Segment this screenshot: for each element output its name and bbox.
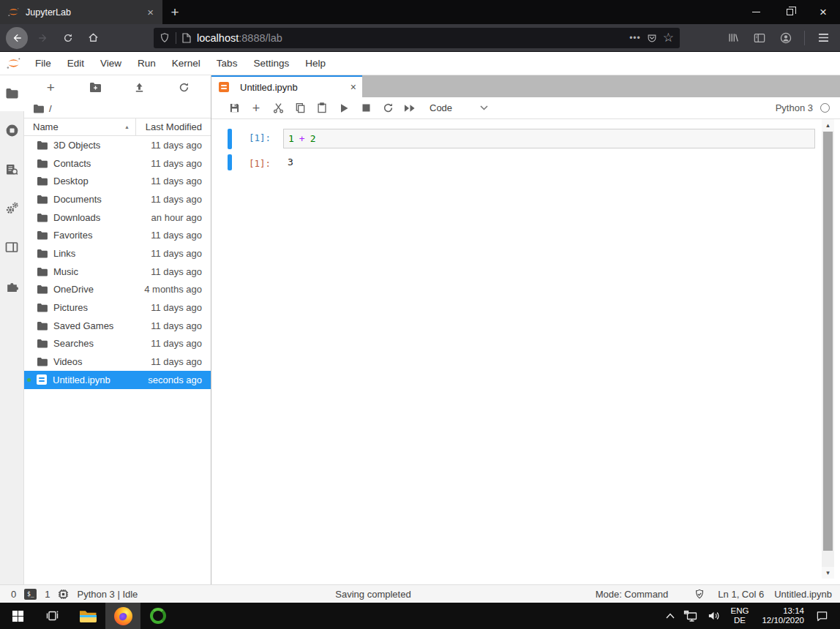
- firefox-taskbar-button[interactable]: [105, 603, 140, 629]
- menu-help[interactable]: Help: [297, 52, 334, 75]
- back-button[interactable]: [6, 27, 28, 49]
- breadcrumb[interactable]: /: [24, 99, 211, 118]
- volume-tray-button[interactable]: [702, 603, 725, 629]
- new-tab-button[interactable]: [162, 0, 187, 24]
- action-center-button[interactable]: [811, 603, 833, 629]
- file-row-searches[interactable]: Searches11 days ago: [24, 335, 211, 353]
- clock[interactable]: 13:14 12/10/2020: [754, 606, 811, 625]
- scrollbar-thumb[interactable]: [823, 132, 833, 551]
- interrupt-kernel-button[interactable]: [355, 99, 377, 117]
- add-cell-button[interactable]: [245, 99, 267, 117]
- account-icon[interactable]: [775, 27, 797, 49]
- menu-hamburger-icon[interactable]: [812, 27, 834, 49]
- new-launcher-button[interactable]: [39, 78, 62, 97]
- menu-settings[interactable]: Settings: [245, 52, 297, 75]
- file-row-documents[interactable]: Documents11 days ago: [24, 190, 211, 208]
- kernel-name-button[interactable]: Python 3: [776, 102, 813, 113]
- file-row-3d-objects[interactable]: 3D Objects11 days ago: [24, 136, 211, 154]
- kernel-status-text[interactable]: Python 3 | Idle: [77, 589, 138, 600]
- kernel-status-idle-icon[interactable]: [820, 103, 830, 113]
- output-prompt: [1]:: [232, 154, 277, 169]
- sidebar-tab-running[interactable]: [0, 111, 23, 150]
- restart-kernel-button[interactable]: [377, 99, 399, 117]
- paste-cells-button[interactable]: [311, 99, 333, 117]
- command-mode-indicator[interactable]: Mode: Command: [596, 589, 669, 600]
- task-view-button[interactable]: [35, 603, 70, 629]
- menu-view[interactable]: View: [92, 52, 130, 75]
- recorder-app-button[interactable]: [140, 603, 176, 629]
- run-cell-button[interactable]: [333, 99, 355, 117]
- restore-button[interactable]: [773, 0, 806, 24]
- file-row-downloads[interactable]: Downloadsan hour ago: [24, 208, 211, 227]
- file-row-onedrive[interactable]: OneDrive4 months ago: [24, 281, 211, 299]
- folder-icon: [37, 249, 48, 258]
- tracking-shield-icon[interactable]: [160, 32, 170, 43]
- cut-cells-button[interactable]: [267, 99, 289, 117]
- code-editor[interactable]: 1 + 2: [283, 129, 815, 148]
- file-row-untitled-notebook[interactable]: Untitled.ipynb seconds ago: [24, 371, 211, 389]
- running-sessions-status[interactable]: 0 1 Python 3 | Idle: [11, 589, 138, 600]
- url-bar[interactable]: localhost:8888/lab: [154, 28, 680, 48]
- sidebar-tab-commands[interactable]: [0, 150, 23, 189]
- scroll-down-icon[interactable]: [822, 567, 834, 579]
- network-tray-button[interactable]: [679, 603, 702, 629]
- bookmark-star-icon[interactable]: [663, 31, 674, 44]
- file-row-desktop[interactable]: Desktop11 days ago: [24, 172, 211, 190]
- cell-type-dropdown[interactable]: Code: [427, 102, 491, 113]
- breadcrumb-root[interactable]: /: [49, 103, 52, 114]
- browser-tab-jupyterlab[interactable]: JupyterLab: [0, 0, 162, 24]
- reload-button[interactable]: [57, 27, 79, 49]
- file-row-links[interactable]: Links11 days ago: [24, 244, 211, 263]
- library-icon[interactable]: [722, 27, 744, 49]
- code-cell[interactable]: [1]: 1 + 2: [228, 129, 815, 149]
- page-actions-icon[interactable]: [629, 33, 641, 43]
- header-name[interactable]: Name: [24, 118, 135, 135]
- file-row-contacts[interactable]: Contacts11 days ago: [24, 154, 211, 173]
- menu-kernel[interactable]: Kernel: [164, 52, 209, 75]
- menu-tabs[interactable]: Tabs: [209, 52, 246, 75]
- copy-cells-button[interactable]: [289, 99, 311, 117]
- file-row-saved-games[interactable]: Saved Games11 days ago: [24, 317, 211, 335]
- scroll-up-icon[interactable]: [822, 119, 834, 131]
- close-button[interactable]: [806, 0, 840, 24]
- file-row-favorites[interactable]: Favorites11 days ago: [24, 226, 211, 244]
- notebook-tab-label: Untitled.ipynb: [240, 82, 345, 93]
- sidebars-icon[interactable]: [749, 27, 770, 49]
- start-button[interactable]: [0, 603, 35, 629]
- sidebar-tab-inspector[interactable]: [0, 189, 23, 227]
- folder-icon: [37, 321, 48, 331]
- notebook-content: [1]: 1 + 2 [1]: 3: [211, 119, 840, 584]
- upload-button[interactable]: [128, 78, 151, 97]
- refresh-button[interactable]: [173, 78, 196, 97]
- sort-ascending-icon: [124, 124, 130, 129]
- sidebar-tab-open-tabs[interactable]: [0, 227, 23, 266]
- sidebar-tab-extensions[interactable]: [0, 266, 23, 305]
- menu-run[interactable]: Run: [130, 52, 164, 75]
- sidebar-tab-filebrowser[interactable]: [0, 75, 24, 111]
- pocket-icon[interactable]: [647, 33, 657, 43]
- menu-edit[interactable]: Edit: [59, 52, 92, 75]
- menu-file[interactable]: File: [27, 52, 59, 75]
- tab-close-icon[interactable]: [144, 5, 157, 19]
- url-text[interactable]: localhost:8888/lab: [197, 32, 623, 44]
- page-info-icon[interactable]: [182, 33, 191, 43]
- save-button[interactable]: [223, 99, 245, 117]
- tab-close-icon[interactable]: [350, 82, 356, 92]
- file-row-pictures[interactable]: Pictures11 days ago: [24, 298, 211, 317]
- home-button[interactable]: [82, 27, 104, 49]
- minimize-button[interactable]: [739, 0, 773, 24]
- notebook-scrollbar[interactable]: [822, 119, 834, 579]
- cursor-position[interactable]: Ln 1, Col 6: [718, 589, 764, 600]
- language-indicator[interactable]: ENG DE: [725, 606, 755, 625]
- chevron-up-icon: [666, 613, 675, 619]
- file-row-music[interactable]: Music11 days ago: [24, 263, 211, 281]
- header-last-modified[interactable]: Last Modified: [135, 118, 211, 135]
- file-row-videos[interactable]: Videos11 days ago: [24, 353, 211, 371]
- new-folder-button[interactable]: [83, 78, 107, 97]
- file-explorer-button[interactable]: [70, 603, 105, 629]
- folder-icon: [37, 230, 48, 240]
- run-all-button[interactable]: [399, 99, 421, 117]
- notebook-tab[interactable]: Untitled.ipynb: [211, 75, 362, 97]
- forward-button[interactable]: [32, 27, 54, 49]
- hidden-icons-button[interactable]: [661, 603, 679, 629]
